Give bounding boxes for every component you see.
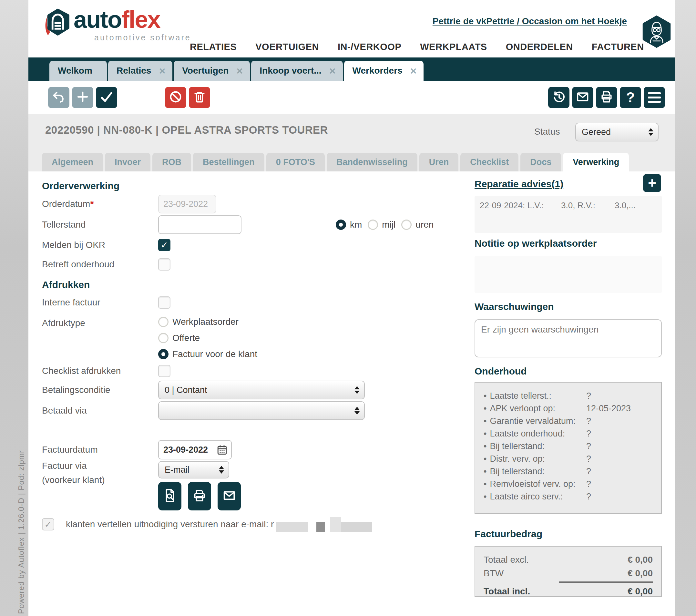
user-account-link[interactable]: Pettrie de vkPettrie / Occasion om het H… bbox=[432, 16, 627, 27]
offerte-label[interactable]: Offerte bbox=[172, 333, 200, 343]
user-avatar-icon[interactable] bbox=[641, 16, 672, 48]
radio-werkplaatsorder[interactable] bbox=[158, 317, 169, 327]
betalingsconditie-select[interactable]: 0 | Contant bbox=[158, 381, 365, 399]
menu-button[interactable] bbox=[644, 87, 665, 108]
unit-mijl-option[interactable]: mijl bbox=[368, 220, 395, 230]
subtab-invoer[interactable]: Invoer bbox=[105, 153, 151, 171]
subtab-rob[interactable]: ROB bbox=[152, 153, 191, 171]
preview-invoice-button[interactable] bbox=[158, 482, 181, 510]
invoice-action-buttons-row bbox=[42, 482, 445, 510]
reparatie-advies-title[interactable]: Reparatie advies(1) bbox=[475, 178, 563, 190]
melden-okr-checkbox[interactable]: ✓ bbox=[158, 239, 171, 251]
tab-relaties[interactable]: Relaties × bbox=[108, 61, 172, 81]
advies-cell: 3.0,... bbox=[615, 201, 636, 210]
autoflex-logo-words: autoflex automotive software bbox=[74, 8, 191, 42]
subtab-bestellingen[interactable]: Bestellingen bbox=[193, 153, 264, 171]
save-confirm-button[interactable] bbox=[96, 87, 117, 108]
subtab-label: 0 FOTO'S bbox=[276, 157, 315, 167]
nav-facturen[interactable]: FACTUREN bbox=[592, 42, 644, 52]
delete-button[interactable] bbox=[189, 87, 210, 108]
help-button[interactable]: ? bbox=[620, 87, 641, 108]
radio-km[interactable] bbox=[336, 220, 346, 230]
total-value: € 0,00 bbox=[628, 586, 653, 597]
orderdatum-row: Orderdatum* bbox=[42, 195, 445, 214]
tab-werkorders[interactable]: Werkorders × bbox=[344, 61, 424, 81]
subtab-verwerking[interactable]: Verwerking bbox=[563, 153, 629, 171]
subtab-bandenwisseling[interactable]: Bandenwisseling bbox=[327, 153, 417, 171]
notitie-textarea[interactable] bbox=[475, 256, 662, 293]
reparatie-advies-row[interactable]: 22-09-2024: L.V.: 3.0, R.V.: 3.0,... bbox=[480, 201, 657, 210]
autoflex-logo[interactable]: autoflex automotive software bbox=[45, 8, 191, 42]
tab-inkoop-voertuig[interactable]: Inkoop voert... × bbox=[251, 61, 343, 81]
content-area: Orderverwerking Orderdatum* Tellerstand … bbox=[28, 171, 675, 615]
unit-uren-label[interactable]: uren bbox=[415, 220, 433, 230]
advies-cell: 3.0, R.V.: bbox=[561, 201, 615, 210]
close-icon[interactable]: × bbox=[159, 65, 165, 76]
undo-icon bbox=[52, 90, 66, 105]
print-button[interactable] bbox=[596, 87, 617, 108]
nav-in-verkoop[interactable]: IN-/VERKOOP bbox=[338, 42, 401, 52]
tellerstand-input[interactable] bbox=[158, 215, 241, 234]
nav-onderdelen[interactable]: ONDERDELEN bbox=[506, 42, 573, 52]
unit-km-label[interactable]: km bbox=[350, 220, 362, 230]
betaald-via-label: Betaald via bbox=[42, 406, 158, 416]
cancel-button[interactable] bbox=[165, 87, 186, 108]
email-invoice-button[interactable] bbox=[218, 482, 241, 510]
subtab-docs[interactable]: Docs bbox=[520, 153, 561, 171]
status-select[interactable]: Gereed bbox=[575, 123, 659, 141]
onderhoud-item: •Garantie vervaldatum:? bbox=[484, 416, 657, 429]
nav-relaties[interactable]: RELATIES bbox=[190, 42, 237, 52]
afdruktype-factuur-option[interactable]: Factuur voor de klant bbox=[158, 349, 257, 359]
werkplaatsorder-label[interactable]: Werkplaatsorder bbox=[172, 317, 239, 327]
klanten-vertellen-checkbox[interactable]: ✓ bbox=[42, 518, 54, 531]
factuur-via-select[interactable]: E-mail bbox=[158, 461, 229, 478]
logo-tagline: automotive software bbox=[94, 34, 191, 42]
unit-mijl-label[interactable]: mijl bbox=[382, 220, 395, 230]
factuurbedrag-box: Totaal excl. € 0,00 BTW € 0,00 Totaal in… bbox=[475, 546, 662, 597]
factuurdatum-row: Factuurdatum bbox=[42, 440, 445, 459]
add-button[interactable] bbox=[72, 87, 93, 108]
print-invoice-button[interactable] bbox=[188, 482, 211, 510]
betreft-onderhoud-row: Betreft onderhoud bbox=[42, 258, 445, 271]
totaal-excl-row: Totaal excl. € 0,00 bbox=[484, 553, 653, 567]
totaal-incl-row: Totaal incl. € 0,00 bbox=[484, 585, 653, 598]
history-button[interactable] bbox=[548, 87, 569, 108]
calendar-icon[interactable] bbox=[216, 444, 228, 456]
close-icon[interactable]: × bbox=[410, 65, 417, 76]
betaald-via-select[interactable] bbox=[158, 401, 365, 420]
unit-km-option[interactable]: km bbox=[336, 220, 362, 230]
checklist-afdrukken-checkbox[interactable] bbox=[158, 365, 171, 377]
radio-offerte[interactable] bbox=[158, 333, 169, 343]
tab-label: Voertuigen bbox=[182, 65, 228, 76]
unit-radio-group: km mijl uren bbox=[336, 220, 433, 230]
close-icon[interactable]: × bbox=[329, 65, 336, 76]
factuur-klant-label[interactable]: Factuur voor de klant bbox=[172, 349, 257, 359]
tab-voertuigen[interactable]: Voertuigen × bbox=[174, 61, 250, 81]
radio-mijl[interactable] bbox=[368, 220, 378, 230]
radio-uren[interactable] bbox=[401, 220, 412, 230]
tab-label: Werkorders bbox=[352, 65, 402, 76]
select-arrows-icon bbox=[354, 386, 360, 394]
toolbar-right-group: ? bbox=[548, 87, 665, 108]
orderdatum-label: Orderdatum* bbox=[42, 199, 158, 209]
undo-button[interactable] bbox=[48, 87, 69, 108]
nav-werkplaats[interactable]: WERKPLAATS bbox=[420, 42, 487, 52]
betreft-onderhoud-checkbox[interactable] bbox=[158, 258, 171, 271]
nav-voertuigen[interactable]: VOERTUIGEN bbox=[255, 42, 319, 52]
afdruktype-offerte-option[interactable]: Offerte bbox=[158, 333, 257, 343]
subtab-algemeen[interactable]: Algemeen bbox=[42, 153, 103, 171]
close-icon[interactable]: × bbox=[236, 65, 243, 76]
add-reparatie-advies-button[interactable]: + bbox=[643, 174, 661, 192]
unit-uren-option[interactable]: uren bbox=[401, 220, 433, 230]
tab-label: Relaties bbox=[116, 65, 151, 76]
afdruktype-werkplaatsorder-option[interactable]: Werkplaatsorder bbox=[158, 317, 257, 327]
subtab-checklist[interactable]: Checklist bbox=[460, 153, 519, 171]
email-button[interactable] bbox=[572, 87, 594, 108]
tab-welkom[interactable]: Welkom bbox=[49, 61, 107, 81]
subtab-fotos[interactable]: 0 FOTO'S bbox=[266, 153, 325, 171]
interne-factuur-checkbox[interactable] bbox=[158, 296, 171, 309]
radio-factuur-klant[interactable] bbox=[158, 349, 169, 359]
check-glyph: ✓ bbox=[44, 519, 52, 530]
subtab-label: Verwerking bbox=[573, 157, 619, 167]
subtab-uren[interactable]: Uren bbox=[420, 153, 459, 171]
